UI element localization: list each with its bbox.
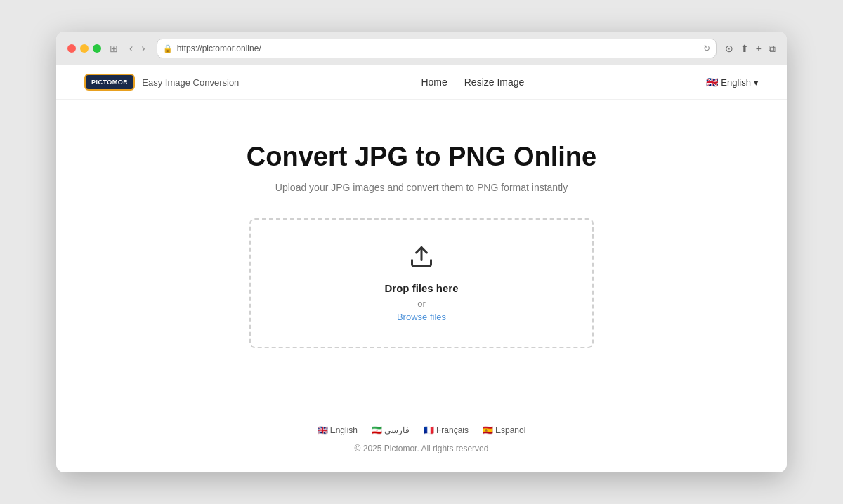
footer-lang-farsi[interactable]: 🇮🇷 فارسی <box>372 425 410 435</box>
file-drop-zone[interactable]: Drop files here or Browse files <box>249 218 594 348</box>
tabs-icon[interactable]: ⧉ <box>769 43 776 55</box>
new-tab-icon[interactable]: + <box>756 43 762 54</box>
site-footer: 🇬🇧 English 🇮🇷 فارسی 🇫🇷 Français 🇪🇸 Españ… <box>56 404 787 467</box>
minimize-button[interactable] <box>80 44 89 53</box>
sidebar-icon[interactable]: ⊞ <box>110 43 118 54</box>
copyright-text: © 2025 Pictomor. All rights reserved <box>355 444 489 453</box>
nav-arrows: ‹ › <box>126 41 148 56</box>
nav-links: Home Resize Image <box>421 77 524 88</box>
language-label: English <box>721 77 751 88</box>
footer-lang-english-label: English <box>330 425 358 435</box>
language-flag: 🇬🇧 <box>706 77 718 88</box>
flag-fr: 🇫🇷 <box>424 425 434 435</box>
footer-lang-spanish[interactable]: 🇪🇸 Español <box>483 425 525 435</box>
share-icon[interactable]: ⬆ <box>740 43 749 54</box>
footer-lang-farsi-label: فارسی <box>384 425 410 435</box>
fullscreen-button[interactable] <box>93 44 101 53</box>
flag-es: 🇪🇸 <box>483 425 493 435</box>
footer-languages: 🇬🇧 English 🇮🇷 فارسی 🇫🇷 Français 🇪🇸 Españ… <box>318 425 526 435</box>
browser-chrome: ⊞ ‹ › 🔒 https://pictomor.online/ ↻ ⊙ ⬆ +… <box>56 32 787 65</box>
security-icon: 🔒 <box>163 44 173 53</box>
main-content: Convert JPG to PNG Online Upload your JP… <box>56 100 787 376</box>
nav-home[interactable]: Home <box>421 77 447 88</box>
logo-area: PICTOMOR Easy Image Conversion <box>84 74 239 91</box>
website-content: PICTOMOR Easy Image Conversion Home Resi… <box>56 65 787 472</box>
browser-actions: ⊙ ⬆ + ⧉ <box>725 43 776 55</box>
address-bar[interactable]: 🔒 https://pictomor.online/ ↻ <box>157 39 717 58</box>
url-text: https://pictomor.online/ <box>177 44 261 53</box>
flag-gb: 🇬🇧 <box>318 425 328 435</box>
close-button[interactable] <box>67 44 76 53</box>
upload-icon <box>409 244 434 272</box>
chevron-down-icon: ▾ <box>754 77 759 88</box>
site-nav: PICTOMOR Easy Image Conversion Home Resi… <box>56 65 787 100</box>
footer-lang-french[interactable]: 🇫🇷 Français <box>424 425 469 435</box>
language-selector[interactable]: 🇬🇧 English ▾ <box>706 77 759 88</box>
flag-ir: 🇮🇷 <box>372 425 382 435</box>
logo-text: PICTOMOR <box>91 79 128 86</box>
footer-lang-english[interactable]: 🇬🇧 English <box>318 425 358 435</box>
forward-button[interactable]: › <box>138 41 148 56</box>
nav-resize-image[interactable]: Resize Image <box>464 77 525 88</box>
browser-window: ⊞ ‹ › 🔒 https://pictomor.online/ ↻ ⊙ ⬆ +… <box>56 32 787 472</box>
back-button[interactable]: ‹ <box>126 41 136 56</box>
page-subtitle: Upload your JPG images and convert them … <box>275 182 568 193</box>
browse-files-link[interactable]: Browse files <box>397 312 446 322</box>
footer-lang-french-label: Français <box>436 425 469 435</box>
footer-lang-spanish-label: Español <box>495 425 525 435</box>
or-label: or <box>417 298 426 309</box>
drop-label: Drop files here <box>384 282 458 294</box>
reload-icon[interactable]: ↻ <box>703 44 710 53</box>
logo-badge: PICTOMOR <box>84 74 135 91</box>
traffic-lights <box>67 44 101 53</box>
downloads-icon[interactable]: ⊙ <box>725 43 733 54</box>
page-title: Convert JPG to PNG Online <box>247 142 596 172</box>
tagline: Easy Image Conversion <box>142 77 239 88</box>
